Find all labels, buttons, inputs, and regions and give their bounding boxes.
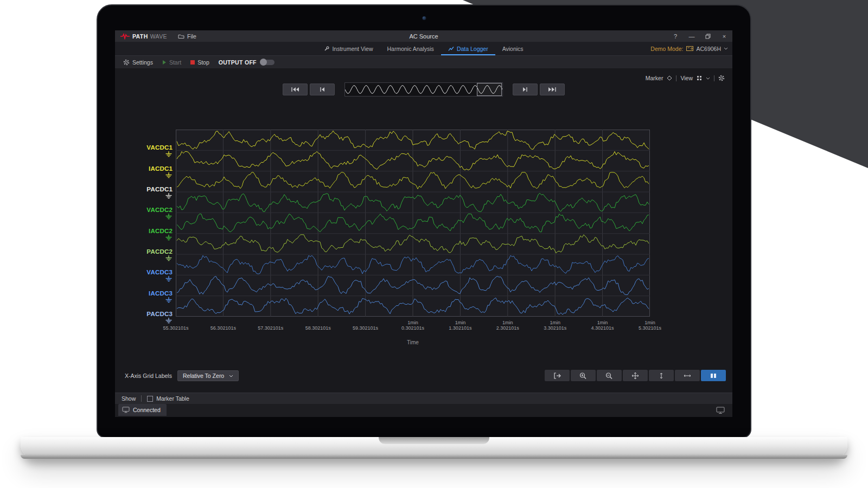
demo-mode: Demo Mode: AC6906H (650, 42, 728, 55)
fit-vertical-button[interactable] (649, 370, 674, 381)
gear-icon (123, 59, 130, 66)
tabbar: Instrument View Harmonic Analysis Data L… (115, 42, 732, 55)
page-background: PATHWAVE File AC Source ? — (0, 0, 868, 488)
ground-icon (165, 235, 173, 241)
channel-label-vacdc3[interactable]: VACDC3 (146, 269, 173, 282)
grid-labels-dropdown[interactable]: Relative To Zero (177, 370, 239, 381)
x-axis-label: 1min3.302101s (531, 320, 579, 331)
file-menu-label: File (187, 33, 196, 40)
instrument-display-icon (122, 407, 130, 413)
zoom-in-icon (579, 372, 588, 380)
restore-button[interactable] (700, 30, 716, 42)
window-buttons: ? — × (667, 30, 732, 42)
chart-tool-buttons (545, 370, 726, 381)
settings-button[interactable]: Settings (120, 59, 156, 66)
zoom-in-button[interactable] (571, 370, 596, 381)
file-menu[interactable]: File (178, 33, 196, 40)
help-button[interactable]: ? (667, 30, 684, 42)
zoom-out-button[interactable] (597, 370, 622, 381)
monitor-icon[interactable] (716, 407, 725, 414)
x-axis-label: 1min1.302101s (436, 320, 484, 331)
x-axis-label: 1min0.302101s (388, 320, 437, 331)
webcam-dot (422, 16, 426, 20)
close-button[interactable]: × (716, 30, 732, 42)
grid-labels-value: Relative To Zero (183, 373, 224, 379)
ground-icon (165, 297, 173, 303)
tab-label: Avionics (502, 46, 524, 52)
channel-name: IACDC2 (149, 228, 173, 234)
tab-instrument-view[interactable]: Instrument View (317, 42, 380, 55)
fit-horizontal-button[interactable] (675, 370, 700, 381)
output-control: OUTPUT OFF (216, 59, 277, 66)
ground-icon (165, 193, 173, 199)
output-toggle[interactable] (260, 60, 275, 65)
channel-label-iacdc2[interactable]: IACDC2 (149, 228, 173, 241)
channel-label-iacdc3[interactable]: IACDC3 (149, 290, 173, 303)
laptop-base-notch (379, 437, 489, 444)
marker-table-checkbox[interactable] (147, 396, 153, 402)
export-view-button[interactable] (545, 370, 570, 381)
columns-icon (709, 372, 718, 380)
tab-data-logger[interactable]: Data Logger (441, 42, 495, 55)
export-icon (553, 372, 561, 380)
status-right (716, 404, 725, 417)
channel-label-vacdc2[interactable]: VACDC2 (146, 207, 173, 220)
stop-icon (190, 60, 195, 65)
ground-icon (165, 151, 173, 157)
instrument-select[interactable]: AC6906H (686, 46, 728, 52)
separator (141, 395, 142, 402)
x-axis-label: 59.302101s (341, 320, 390, 331)
x-axis-label: 1min2.302101s (483, 320, 532, 331)
fit-vertical-icon (657, 372, 666, 380)
tab-avionics[interactable]: Avionics (495, 42, 531, 55)
start-label: Start (169, 59, 181, 66)
zoom-out-icon (605, 372, 614, 380)
toolbar: Settings Start Stop OUTPUT OFF (115, 55, 732, 68)
chevron-down-icon (229, 375, 233, 377)
laptop-frame: PATHWAVE File AC Source ? — (97, 4, 751, 438)
pan-button[interactable] (623, 370, 648, 381)
marker-table-label: Marker Table (156, 395, 189, 402)
channel-label-pacdc2[interactable]: PACDC2 (146, 248, 173, 261)
ground-icon (165, 276, 173, 282)
titlebar: PATHWAVE File AC Source ? — (115, 30, 732, 42)
channel-name: PACDC3 (146, 311, 173, 317)
start-button[interactable]: Start (159, 59, 184, 66)
x-axis-labels: 55.302101s 56.302101s 57.302101s 58.3021… (176, 320, 650, 334)
pathwave-logo: PATHWAVE (115, 33, 171, 40)
ground-icon (165, 255, 173, 261)
pathwave-pulse-icon (120, 33, 130, 40)
stop-button[interactable]: Stop (188, 59, 212, 66)
tabs: Instrument View Harmonic Analysis Data L… (317, 42, 530, 55)
chevron-down-icon (724, 47, 728, 50)
channel-name: VACDC2 (146, 207, 173, 213)
data-logger-view: Marker View (115, 68, 732, 393)
folder-icon (178, 34, 184, 39)
instrument-model: AC6906H (696, 46, 721, 52)
channel-name: VACDC1 (146, 144, 173, 151)
x-axis-grid-labels-label: X-Axis Grid Labels (125, 373, 172, 379)
laptop-base-edge (21, 455, 847, 459)
channel-label-iacdc1[interactable]: IACDC1 (149, 165, 173, 178)
show-label: Show (122, 395, 136, 402)
brand-wave: WAVE (150, 33, 167, 40)
x-axis-label: 57.302101s (246, 320, 295, 331)
brand-path: PATH (132, 33, 148, 40)
tab-label: Harmonic Analysis (387, 46, 434, 52)
toggle-knob (260, 59, 267, 66)
x-axis-title: Time (176, 339, 650, 345)
output-label: OUTPUT OFF (219, 59, 257, 66)
channel-label-pacdc1[interactable]: PACDC1 (146, 186, 173, 199)
app-window: PATHWAVE File AC Source ? — (115, 30, 732, 417)
channel-label-vacdc1[interactable]: VACDC1 (146, 144, 173, 157)
ground-icon (165, 214, 173, 220)
connection-status[interactable]: Connected (118, 404, 167, 416)
restore-icon (705, 34, 711, 39)
tab-harmonic-analysis[interactable]: Harmonic Analysis (380, 42, 441, 55)
layout-columns-button[interactable] (701, 370, 726, 381)
tab-label: Instrument View (332, 46, 373, 52)
wrench-icon (324, 46, 329, 52)
minimize-button[interactable]: — (684, 30, 700, 42)
channel-name: IACDC3 (149, 290, 173, 297)
demo-mode-label: Demo Mode: (650, 46, 683, 52)
